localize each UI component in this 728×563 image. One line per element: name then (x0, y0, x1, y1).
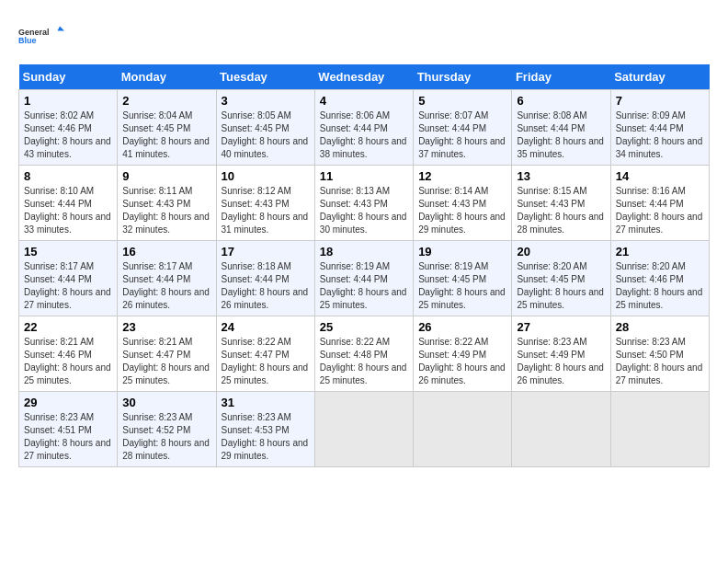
day-number: 1 (24, 94, 112, 108)
calendar-cell: 15Sunrise: 8:17 AMSunset: 4:44 PMDayligh… (19, 241, 118, 316)
day-info: Sunrise: 8:15 AMSunset: 4:43 PMDaylight:… (517, 185, 605, 236)
calendar-cell: 21Sunrise: 8:20 AMSunset: 4:46 PMDayligh… (610, 241, 709, 316)
calendar-cell: 20Sunrise: 8:20 AMSunset: 4:45 PMDayligh… (512, 241, 610, 316)
day-header-sunday: Sunday (19, 64, 118, 90)
day-number: 26 (418, 320, 506, 334)
day-number: 15 (24, 245, 112, 259)
day-number: 19 (418, 245, 506, 259)
calendar-cell: 16Sunrise: 8:17 AMSunset: 4:44 PMDayligh… (118, 241, 216, 316)
day-info: Sunrise: 8:18 AMSunset: 4:44 PMDaylight:… (222, 260, 310, 312)
calendar-cell (610, 392, 709, 467)
day-info: Sunrise: 8:09 AMSunset: 4:44 PMDaylight:… (616, 109, 704, 161)
week-row-4: 22Sunrise: 8:21 AMSunset: 4:46 PMDayligh… (19, 316, 710, 392)
calendar-cell: 10Sunrise: 8:12 AMSunset: 4:43 PMDayligh… (216, 166, 314, 241)
calendar-cell: 5Sunrise: 8:07 AMSunset: 4:44 PMDaylight… (414, 90, 512, 166)
calendar-cell: 19Sunrise: 8:19 AMSunset: 4:45 PMDayligh… (414, 241, 512, 316)
calendar-cell: 8Sunrise: 8:10 AMSunset: 4:44 PMDaylight… (19, 166, 118, 241)
day-number: 25 (320, 320, 408, 334)
day-number: 8 (24, 169, 112, 183)
day-info: Sunrise: 8:22 AMSunset: 4:49 PMDaylight:… (418, 336, 506, 387)
calendar-cell: 28Sunrise: 8:23 AMSunset: 4:50 PMDayligh… (610, 316, 709, 392)
day-info: Sunrise: 8:14 AMSunset: 4:43 PMDaylight:… (418, 185, 506, 236)
day-info: Sunrise: 8:17 AMSunset: 4:44 PMDaylight:… (122, 260, 210, 312)
calendar-cell: 14Sunrise: 8:16 AMSunset: 4:44 PMDayligh… (610, 166, 709, 241)
day-info: Sunrise: 8:23 AMSunset: 4:53 PMDaylight:… (222, 411, 310, 463)
day-number: 24 (222, 320, 310, 334)
day-info: Sunrise: 8:19 AMSunset: 4:45 PMDaylight:… (418, 260, 506, 312)
calendar-cell: 26Sunrise: 8:22 AMSunset: 4:49 PMDayligh… (414, 316, 512, 392)
day-number: 28 (616, 320, 704, 334)
day-number: 7 (616, 94, 704, 108)
day-number: 22 (24, 320, 112, 334)
calendar-cell: 18Sunrise: 8:19 AMSunset: 4:44 PMDayligh… (314, 241, 413, 316)
day-header-friday: Friday (512, 64, 610, 90)
day-info: Sunrise: 8:21 AMSunset: 4:47 PMDaylight:… (122, 336, 210, 387)
day-info: Sunrise: 8:02 AMSunset: 4:46 PMDaylight:… (24, 109, 112, 161)
calendar-cell: 31Sunrise: 8:23 AMSunset: 4:53 PMDayligh… (216, 392, 314, 467)
day-info: Sunrise: 8:17 AMSunset: 4:44 PMDaylight:… (24, 260, 112, 312)
logo: General Blue (18, 18, 64, 55)
logo-svg: General Blue (18, 18, 64, 55)
day-number: 17 (222, 245, 310, 259)
day-header-monday: Monday (118, 64, 216, 90)
day-number: 9 (122, 169, 210, 183)
calendar-cell: 9Sunrise: 8:11 AMSunset: 4:43 PMDaylight… (118, 166, 216, 241)
day-number: 27 (517, 320, 605, 334)
day-info: Sunrise: 8:23 AMSunset: 4:49 PMDaylight:… (517, 336, 605, 387)
day-number: 18 (320, 245, 408, 259)
day-info: Sunrise: 8:13 AMSunset: 4:43 PMDaylight:… (320, 185, 408, 236)
day-number: 5 (418, 94, 506, 108)
calendar-cell: 22Sunrise: 8:21 AMSunset: 4:46 PMDayligh… (19, 316, 118, 392)
week-row-5: 29Sunrise: 8:23 AMSunset: 4:51 PMDayligh… (19, 392, 710, 467)
svg-text:General: General (18, 28, 50, 37)
calendar-cell: 12Sunrise: 8:14 AMSunset: 4:43 PMDayligh… (414, 166, 512, 241)
calendar-cell: 23Sunrise: 8:21 AMSunset: 4:47 PMDayligh… (118, 316, 216, 392)
day-info: Sunrise: 8:20 AMSunset: 4:46 PMDaylight:… (616, 260, 704, 312)
day-info: Sunrise: 8:11 AMSunset: 4:43 PMDaylight:… (122, 185, 210, 236)
calendar-cell: 1Sunrise: 8:02 AMSunset: 4:46 PMDaylight… (19, 90, 118, 166)
day-number: 12 (418, 169, 506, 183)
week-row-1: 1Sunrise: 8:02 AMSunset: 4:46 PMDaylight… (19, 90, 710, 166)
day-number: 2 (122, 94, 210, 108)
day-info: Sunrise: 8:05 AMSunset: 4:45 PMDaylight:… (222, 109, 310, 161)
calendar-cell (414, 392, 512, 467)
day-header-tuesday: Tuesday (216, 64, 314, 90)
calendar-cell: 11Sunrise: 8:13 AMSunset: 4:43 PMDayligh… (314, 166, 413, 241)
svg-text:Blue: Blue (18, 36, 37, 45)
day-number: 3 (222, 94, 310, 108)
calendar-cell: 7Sunrise: 8:09 AMSunset: 4:44 PMDaylight… (610, 90, 709, 166)
day-info: Sunrise: 8:04 AMSunset: 4:45 PMDaylight:… (122, 109, 210, 161)
calendar-cell: 27Sunrise: 8:23 AMSunset: 4:49 PMDayligh… (512, 316, 610, 392)
day-info: Sunrise: 8:10 AMSunset: 4:44 PMDaylight:… (24, 185, 112, 236)
calendar-cell: 4Sunrise: 8:06 AMSunset: 4:44 PMDaylight… (314, 90, 413, 166)
day-info: Sunrise: 8:06 AMSunset: 4:44 PMDaylight:… (320, 109, 408, 161)
day-number: 4 (320, 94, 408, 108)
day-info: Sunrise: 8:12 AMSunset: 4:43 PMDaylight:… (222, 185, 310, 236)
calendar-cell: 17Sunrise: 8:18 AMSunset: 4:44 PMDayligh… (216, 241, 314, 316)
day-header-wednesday: Wednesday (314, 64, 413, 90)
day-number: 31 (222, 396, 310, 409)
day-number: 23 (122, 320, 210, 334)
day-header-thursday: Thursday (414, 64, 512, 90)
calendar-cell (512, 392, 610, 467)
day-number: 29 (24, 396, 112, 409)
calendar-cell: 3Sunrise: 8:05 AMSunset: 4:45 PMDaylight… (216, 90, 314, 166)
day-number: 16 (122, 245, 210, 259)
day-info: Sunrise: 8:23 AMSunset: 4:52 PMDaylight:… (122, 411, 210, 463)
day-number: 13 (517, 169, 605, 183)
day-number: 10 (222, 169, 310, 183)
day-info: Sunrise: 8:20 AMSunset: 4:45 PMDaylight:… (517, 260, 605, 312)
day-info: Sunrise: 8:21 AMSunset: 4:46 PMDaylight:… (24, 336, 112, 387)
day-info: Sunrise: 8:19 AMSunset: 4:44 PMDaylight:… (320, 260, 408, 312)
day-info: Sunrise: 8:22 AMSunset: 4:47 PMDaylight:… (222, 336, 310, 387)
day-number: 11 (320, 169, 408, 183)
week-row-2: 8Sunrise: 8:10 AMSunset: 4:44 PMDaylight… (19, 166, 710, 241)
day-number: 21 (616, 245, 704, 259)
day-info: Sunrise: 8:16 AMSunset: 4:44 PMDaylight:… (616, 185, 704, 236)
week-row-3: 15Sunrise: 8:17 AMSunset: 4:44 PMDayligh… (19, 241, 710, 316)
calendar-cell: 30Sunrise: 8:23 AMSunset: 4:52 PMDayligh… (118, 392, 216, 467)
day-info: Sunrise: 8:22 AMSunset: 4:48 PMDaylight:… (320, 336, 408, 387)
calendar-cell (314, 392, 413, 467)
calendar-cell: 13Sunrise: 8:15 AMSunset: 4:43 PMDayligh… (512, 166, 610, 241)
svg-marker-2 (58, 27, 65, 31)
